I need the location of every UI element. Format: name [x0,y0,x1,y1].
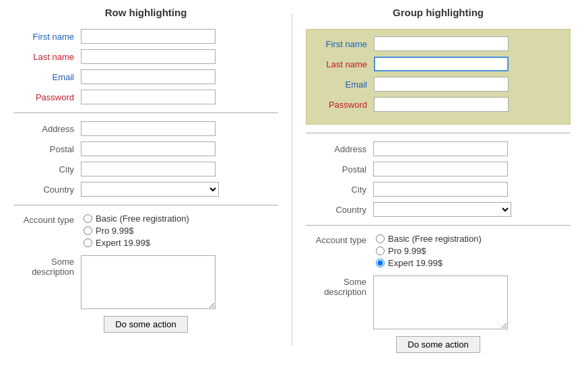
left-description-label: Some description [13,255,81,277]
right-email-input[interactable] [374,77,509,92]
right-radio-expert[interactable]: Expert 19.99$ [376,258,482,268]
left-address-label: Address [13,124,81,134]
right-city-label: City [306,185,373,195]
left-city-group: City [13,162,278,176]
right-password-input[interactable] [374,97,509,112]
left-account-type-group: Account type Basic (Free registration) P… [13,214,278,250]
right-email-group: Email [306,77,570,92]
left-postal-group: Postal [13,141,278,156]
right-lastname-input[interactable] [374,57,509,71]
left-button-row: Do some action [13,316,278,333]
left-action-button[interactable]: Do some action [104,316,187,333]
left-lastname-label: Last name [13,52,81,62]
left-radio-group: Basic (Free registration) Pro 9.99$ Expe… [84,214,189,250]
left-radio-pro[interactable]: Pro 9.99$ [84,226,189,236]
left-divider2 [13,205,278,205]
right-description-group: Some description [306,275,571,329]
right-country-select[interactable] [373,202,511,217]
left-city-input[interactable] [81,162,216,176]
right-password-group: Password [306,97,570,112]
right-radio-expert-label: Expert 19.99$ [388,258,443,268]
left-postal-label: Postal [13,144,81,154]
left-account-type-label: Account type [13,214,81,225]
left-radio-basic[interactable]: Basic (Free registration) [84,214,189,224]
left-lastname-input[interactable] [81,49,216,64]
left-postal-input[interactable] [81,141,216,156]
left-radio-expert[interactable]: Expert 19.99$ [84,238,189,248]
right-radio-basic-input[interactable] [376,234,385,243]
right-radio-expert-input[interactable] [376,259,385,267]
right-description-label: Some description [306,275,373,297]
left-country-select[interactable] [81,182,219,197]
right-group-highlight: First name Last name Email Password [306,29,571,125]
right-country-group: Country [306,202,571,217]
left-radio-pro-input[interactable] [84,226,92,235]
left-address-group: Address [13,121,278,136]
right-firstname-input[interactable] [374,36,509,51]
right-description-textarea[interactable] [373,275,508,329]
right-postal-label: Postal [306,164,373,174]
left-city-label: City [13,164,81,174]
right-title: Group highlighting [306,7,571,18]
left-radio-basic-input[interactable] [84,214,92,223]
right-radio-pro[interactable]: Pro 9.99$ [376,246,482,256]
right-button-row: Do some action [306,336,571,353]
left-radio-basic-label: Basic (Free registration) [96,214,189,224]
left-email-group: Email [13,69,278,84]
right-firstname-group: First name [306,36,570,51]
right-radio-basic[interactable]: Basic (Free registration) [376,234,482,244]
left-radio-expert-label: Expert 19.99$ [96,238,150,248]
left-firstname-group: First name [13,29,278,44]
right-address-label: Address [306,144,373,154]
right-city-group: City [306,182,571,197]
left-title: Row highlighting [13,7,278,18]
right-postal-input[interactable] [373,162,508,176]
right-radio-pro-label: Pro 9.99$ [388,246,426,256]
left-section: Row highlighting First name Last name Em… [0,7,292,353]
left-password-label: Password [13,92,81,102]
right-firstname-label: First name [306,39,374,49]
right-lastname-group: Last name [306,57,570,71]
right-account-type-label: Account type [306,234,373,245]
right-country-label: Country [306,205,373,215]
right-postal-group: Postal [306,162,571,176]
left-radio-expert-input[interactable] [84,238,92,247]
left-description-textarea[interactable] [81,255,216,309]
left-password-input[interactable] [81,90,216,104]
right-radio-basic-label: Basic (Free registration) [388,234,482,244]
left-divider1 [13,112,278,113]
left-email-input[interactable] [81,69,216,84]
right-radio-pro-input[interactable] [376,247,385,255]
right-action-button[interactable]: Do some action [396,336,480,353]
right-radio-group: Basic (Free registration) Pro 9.99$ Expe… [376,234,482,270]
left-email-label: Email [13,72,81,82]
right-divider2 [306,225,571,226]
left-description-group: Some description [13,255,278,309]
right-account-type-group: Account type Basic (Free registration) P… [306,234,571,270]
right-password-label: Password [306,100,374,110]
right-divider1 [306,133,571,133]
left-firstname-input[interactable] [81,29,216,44]
left-radio-pro-label: Pro 9.99$ [96,226,133,236]
left-lastname-group: Last name [13,49,278,64]
left-password-group: Password [13,90,278,104]
left-country-label: Country [13,185,81,195]
right-address-input[interactable] [373,141,508,156]
left-country-group: Country [13,182,278,197]
left-address-input[interactable] [81,121,216,136]
right-lastname-label: Last name [306,59,374,69]
left-firstname-label: First name [13,32,81,42]
right-email-label: Email [306,79,374,90]
right-section: Group highlighting First name Last name … [292,7,584,353]
right-address-group: Address [306,141,571,156]
right-city-input[interactable] [373,182,508,197]
